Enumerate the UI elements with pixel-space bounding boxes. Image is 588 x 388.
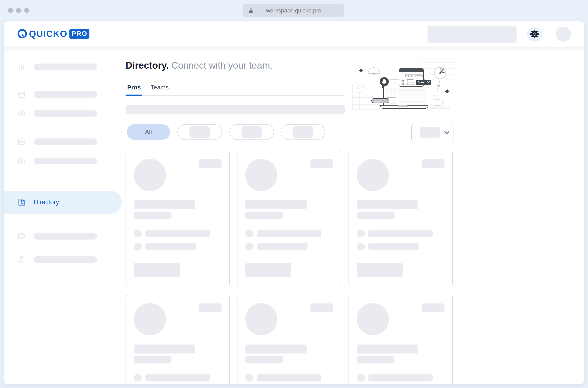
pros-card-grid [126,151,453,384]
sidebar-item-skeleton [17,137,97,146]
pro-card-skeleton [237,151,341,286]
card-badge-skeleton [422,303,445,313]
filter-chip-skeleton[interactable] [177,124,222,140]
header-search-skeleton [427,26,517,43]
gear-icon [529,29,540,39]
card-badge-skeleton [310,159,333,168]
card-avatar-skeleton [134,159,166,191]
window-zoom-button[interactable] [24,8,29,13]
id-badge-icon [17,156,26,165]
filter-chip-all[interactable]: All [127,124,170,140]
logo-badge: PRO [70,29,90,39]
card-badge-skeleton [199,303,222,313]
target-icon [17,109,26,118]
card-badge-skeleton [199,159,222,168]
card-avatar-skeleton [245,303,278,335]
sidebar-item-skeleton [17,62,97,71]
sidebar-item-skeleton [17,109,97,118]
team-illustration: Join [350,61,456,113]
pro-card-skeleton [349,151,453,286]
pro-card-skeleton [237,295,341,384]
card-badge-skeleton [310,303,333,313]
card-avatar-skeleton [357,159,389,191]
header-shadow [4,47,584,52]
sort-dropdown[interactable] [411,124,453,141]
sidebar-item-directory[interactable]: Directory [4,191,122,214]
grid-icon [17,137,26,146]
logo-text: QUICKO [29,29,67,39]
desktop: { "browser": { "url": "workspace.quicko.… [0,0,588,388]
sidebar-item-skeleton [17,232,97,241]
dropdown-value-skeleton [420,127,440,138]
card-avatar-skeleton [357,303,389,335]
url-text: workspace.quicko.pro [266,7,321,14]
card-avatar-skeleton [134,303,166,335]
browser-chrome: workspace.quicko.pro [0,0,588,22]
lock-icon [248,8,254,16]
active-tab-indicator [126,95,142,96]
user-avatar[interactable] [556,26,571,42]
app-logo[interactable]: QUICKO PRO [17,28,90,39]
filter-chip-skeleton[interactable] [281,124,325,140]
filter-chip-skeleton[interactable] [230,124,274,140]
card-avatar-skeleton [245,159,278,191]
app-header: QUICKO PRO [4,22,584,47]
sidebar-item-skeleton [17,255,97,264]
sidebar-item-label: Directory [34,198,59,206]
building-icon [17,198,26,207]
page-title-muted: Connect with your team. [171,60,273,71]
tab-teams[interactable]: Teams [149,84,170,91]
directory-tabs: Pros Teams [126,84,170,91]
pro-card-skeleton [126,151,230,286]
bar-chart-icon [17,62,26,71]
card-button-skeleton [134,263,180,277]
card-badge-skeleton [422,159,445,168]
logo-q-icon [17,28,28,39]
card-button-skeleton [357,263,403,277]
directory-search-skeleton [126,105,345,114]
window-minimize-button[interactable] [16,8,21,13]
window-close-button[interactable] [8,8,13,13]
card-button-skeleton [245,263,291,277]
tabs-underline [126,95,345,96]
sidebar-item-skeleton [17,156,97,165]
banknote-icon [17,232,26,241]
chevron-down-icon [444,131,450,134]
tab-pros[interactable]: Pros [126,84,142,91]
page-title: Directory. Connect with your team. [126,59,273,71]
settings-button[interactable] [527,26,542,42]
sidebar-item-skeleton [17,90,97,99]
page-title-strong: Directory. [126,60,169,71]
app-window: QUICKO PRO [4,22,584,384]
calendar-icon [17,90,26,99]
pro-card-skeleton [126,295,230,384]
address-bar[interactable]: workspace.quicko.pro [243,4,344,17]
pro-card-skeleton [349,295,453,384]
join-button-label: Join [418,80,424,84]
clipboard-icon [17,255,26,264]
